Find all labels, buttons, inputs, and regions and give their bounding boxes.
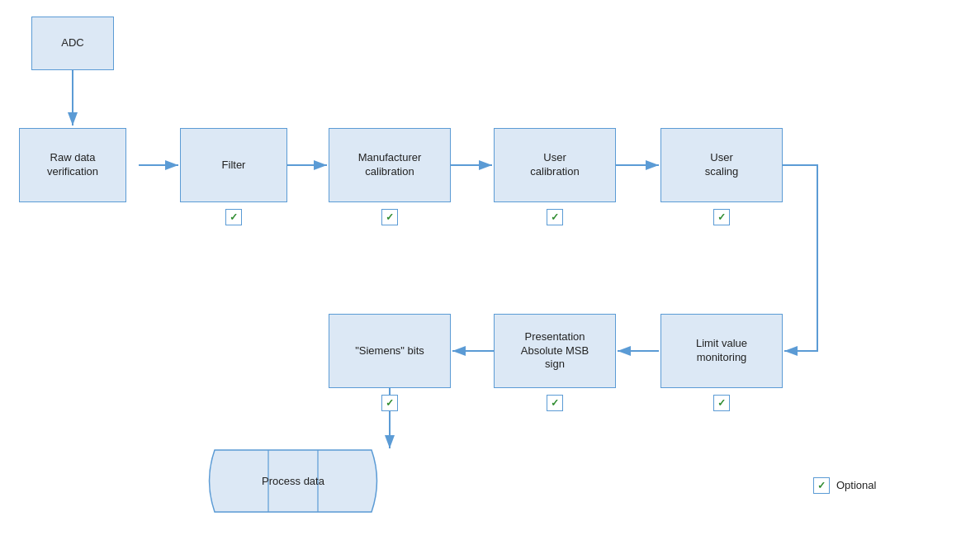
checkbox-mfr-cal[interactable] <box>381 209 398 225</box>
siemens-label: "Siemens" bits <box>355 344 424 358</box>
user-cal-box: Usercalibration <box>494 128 616 202</box>
process-data-shape: Process data <box>194 446 392 516</box>
raw-data-label: Raw dataverification <box>47 151 98 179</box>
legend-checkbox <box>813 477 830 494</box>
mfr-cal-box: Manufacturercalibration <box>329 128 451 202</box>
limit-val-box: Limit valuemonitoring <box>660 314 783 388</box>
adc-box: ADC <box>31 17 114 70</box>
user-scaling-box: Userscaling <box>660 128 783 202</box>
svg-text:Process data: Process data <box>262 475 325 487</box>
checkbox-user-cal[interactable] <box>547 209 563 225</box>
limit-val-label: Limit valuemonitoring <box>696 337 747 365</box>
presentation-label: PresentationAbsolute MSBsign <box>521 330 589 372</box>
mfr-cal-label: Manufacturercalibration <box>358 151 422 179</box>
user-cal-label: Usercalibration <box>530 151 579 179</box>
checkbox-presentation[interactable] <box>547 395 563 411</box>
presentation-box: PresentationAbsolute MSBsign <box>494 314 616 388</box>
flow-arrows <box>0 0 980 545</box>
checkbox-user-scaling[interactable] <box>713 209 730 225</box>
checkbox-siemens[interactable] <box>381 395 398 411</box>
legend-label: Optional <box>836 479 876 491</box>
raw-data-box: Raw dataverification <box>19 128 126 202</box>
filter-box: Filter <box>180 128 287 202</box>
siemens-box: "Siemens" bits <box>329 314 451 388</box>
diagram: ADC Raw dataverification Filter Manufact… <box>0 0 980 545</box>
checkbox-limit-val[interactable] <box>713 395 730 411</box>
user-scaling-label: Userscaling <box>705 151 738 179</box>
filter-label: Filter <box>222 159 246 173</box>
adc-label: ADC <box>61 36 83 50</box>
checkbox-filter[interactable] <box>225 209 242 225</box>
